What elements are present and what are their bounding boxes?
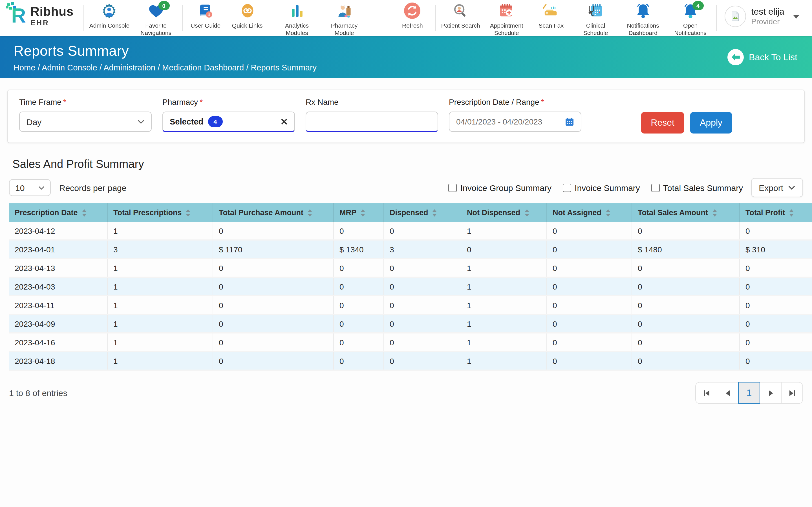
calendar-plus-icon — [499, 3, 515, 21]
column-header[interactable]: Total Purchase Amount — [213, 203, 334, 222]
back-to-list-button[interactable]: Back To List — [727, 49, 797, 65]
column-header[interactable]: Total Profit — [740, 203, 812, 222]
brand-logo[interactable]: R Ribhus EHR — [0, 0, 82, 27]
nav-clinical-schedule[interactable]: Clinical Schedule — [572, 0, 619, 36]
rx-name-input[interactable] — [313, 116, 431, 127]
pharmacy-select[interactable]: Selected 4 — [162, 112, 295, 132]
table-row: 2023-04-16100010000 — [9, 333, 812, 351]
summary-checkbox[interactable]: Invoice Summary — [563, 183, 640, 192]
page-header-banner: Reports Summary Home / Admin Console / A… — [0, 36, 812, 78]
pagination-bar: 1 to 8 of entries 1 — [9, 382, 803, 404]
table-cell: 1 — [107, 222, 213, 240]
column-header[interactable]: Dispensed — [384, 203, 461, 222]
nav-patient-search[interactable]: Patient Search — [439, 0, 483, 29]
next-page-button[interactable] — [760, 382, 781, 404]
nav-quick-links[interactable]: Quick Links — [226, 0, 268, 29]
table-cell: 2023-04-18 — [9, 351, 107, 370]
checkbox-label: Invoice Summary — [574, 183, 640, 192]
sort-icon — [789, 209, 794, 217]
column-header[interactable]: Total Prescriptions — [107, 203, 213, 222]
back-arrow-icon — [727, 49, 744, 65]
table-cell: 0 — [213, 222, 334, 240]
notifications-count-badge: 4 — [693, 1, 704, 10]
first-page-button[interactable] — [695, 382, 717, 404]
top-bar: R Ribhus EHR Admin Console 0 Favorite Na… — [0, 0, 812, 36]
table-cell: 1 — [107, 277, 213, 296]
user-menu[interactable]: test elija Provider — [725, 6, 800, 27]
column-header[interactable]: Total Sales Amount — [632, 203, 740, 222]
column-header[interactable]: Not Assigned — [547, 203, 632, 222]
sort-icon — [605, 209, 610, 217]
nav-admin-console[interactable]: Admin Console — [87, 0, 132, 29]
table-cell: 0 — [547, 277, 632, 296]
table-cell: 0 — [384, 351, 461, 370]
table-cell: 0 — [632, 314, 740, 333]
calendar-icon[interactable] — [565, 117, 574, 126]
required-marker: * — [200, 98, 203, 107]
nav-open-notifications[interactable]: 4 Open Notifications — [667, 0, 714, 36]
table-cell: 0 — [334, 314, 384, 333]
rx-name-field: Rx Name — [306, 98, 438, 132]
column-header[interactable]: Not Dispensed — [461, 203, 547, 222]
checkbox-label: Invoice Group Summary — [460, 183, 552, 192]
date-range-input[interactable]: 04/01/2023 - 04/20/2023 — [449, 112, 581, 132]
table-cell: 0 — [740, 259, 812, 277]
nav-appointment-schedule[interactable]: Appointment Schedule — [483, 0, 530, 36]
back-to-list-label: Back To List — [749, 52, 797, 62]
broken-image-icon — [730, 11, 741, 21]
checkbox-input[interactable] — [449, 183, 457, 192]
nav-analytics-modules[interactable]: Analytics Modules — [273, 0, 320, 36]
table-cell: 1 — [107, 296, 213, 314]
table-cell: 0 — [740, 351, 812, 370]
nav-favorite-navigations[interactable]: 0 Favorite Navigations — [132, 0, 180, 36]
table-row: 2023-04-12100010000 — [9, 222, 812, 240]
refresh-icon — [404, 2, 421, 21]
table-cell: 0 — [632, 333, 740, 351]
checkbox-input[interactable] — [563, 183, 571, 192]
app-screen: R Ribhus EHR Admin Console 0 Favorite Na… — [0, 0, 812, 507]
favorites-count-badge: 0 — [158, 1, 169, 10]
next-page-icon — [767, 389, 774, 397]
records-per-page-select[interactable]: 10 — [9, 179, 51, 196]
export-button[interactable]: Export — [751, 178, 803, 197]
table-cell: 0 — [334, 351, 384, 370]
table-row: 2023-04-09100010000 — [9, 314, 812, 333]
prev-page-button[interactable] — [717, 382, 739, 404]
summary-checkbox[interactable]: Total Sales Summary — [651, 183, 743, 192]
nav-notifications-dashboard[interactable]: Notifications Dashboard — [619, 0, 667, 36]
table-cell: 0 — [632, 277, 740, 296]
avatar — [725, 6, 746, 27]
scanner-icon — [543, 3, 559, 21]
nav-label: Pharmacy Module — [323, 22, 365, 36]
nav-pharmacy-module[interactable]: Pharmacy Module — [320, 0, 368, 36]
last-page-icon — [788, 389, 796, 397]
breadcrumb[interactable]: Home / Admin Console / Administration / … — [13, 63, 317, 72]
table-body: 2023-04-121000100002023-04-013$ 1170$ 13… — [9, 222, 812, 370]
nav-user-guide[interactable]: User Guide — [185, 0, 226, 29]
table-cell: 0 — [213, 277, 334, 296]
time-frame-select[interactable]: Day — [19, 112, 152, 132]
summary-checkbox[interactable]: Invoice Group Summary — [449, 183, 552, 192]
divider — [716, 5, 717, 31]
reset-button[interactable]: Reset — [641, 112, 684, 133]
table-cell: 0 — [213, 296, 334, 314]
checkbox-input[interactable] — [651, 183, 660, 192]
table-cell: 0 — [334, 277, 384, 296]
nav-scan-fax[interactable]: Scan Fax — [530, 0, 572, 29]
entries-summary: 1 to 8 of entries — [9, 388, 67, 398]
last-page-button[interactable] — [781, 382, 803, 404]
divider — [270, 5, 271, 31]
table-cell: 0 — [334, 296, 384, 314]
column-header[interactable]: MRP — [334, 203, 384, 222]
table-cell: 1 — [107, 259, 213, 277]
table-cell: 0 — [547, 259, 632, 277]
apply-button[interactable]: Apply — [690, 112, 732, 133]
current-page-button[interactable]: 1 — [738, 382, 760, 404]
brand-logo-icon: R — [11, 4, 26, 27]
brand-name: Ribhus — [31, 5, 73, 18]
clear-icon[interactable] — [281, 118, 288, 125]
column-header[interactable]: Prescription Date — [9, 203, 107, 222]
nav-refresh[interactable]: Refresh — [392, 0, 434, 29]
table-header-row: Prescription DateTotal PrescriptionsTota… — [9, 203, 812, 222]
table-cell: 1 — [107, 314, 213, 333]
